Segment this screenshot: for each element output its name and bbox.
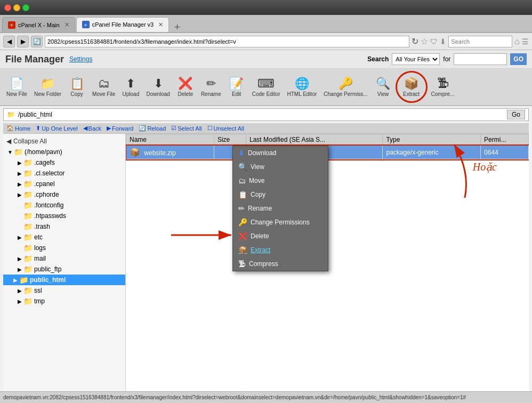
extract-btn[interactable]: 📦 Extract bbox=[396, 71, 428, 103]
back-link[interactable]: ◀ Back bbox=[83, 125, 101, 132]
sidebar-item-cagefs[interactable]: ▶ 📁 .cagefs bbox=[3, 157, 125, 168]
tab-2-label: cPanel File Manager v3 bbox=[92, 21, 154, 28]
address-bar: ◀ ▶ 🔄 ↻ ☆ 🛡 ⬇ ⌂ ☰ bbox=[0, 33, 532, 50]
address-input[interactable] bbox=[45, 36, 409, 47]
for-label: for bbox=[443, 55, 450, 63]
sidebar-item-logs[interactable]: 📁 logs bbox=[3, 243, 125, 253]
pftp-label: public_ftp bbox=[34, 265, 61, 273]
path-input[interactable] bbox=[18, 111, 504, 118]
new-folder-btn[interactable]: 📁 New Folder bbox=[31, 75, 65, 99]
expand-cpanel-icon: ▶ bbox=[16, 181, 23, 187]
sidebar-item-htpasswds[interactable]: 📁 .htpasswds bbox=[3, 211, 125, 221]
go-path-btn[interactable]: Go bbox=[507, 110, 525, 119]
select-all-link[interactable]: ☑ Select All bbox=[171, 125, 201, 132]
context-item-compress[interactable]: 🗜 Compress bbox=[233, 257, 328, 271]
new-folder-icon: 📁 bbox=[41, 77, 55, 91]
sidebar-item-ssl[interactable]: ▶ 📁 ssl bbox=[3, 285, 125, 296]
copy-btn[interactable]: 📋 Copy bbox=[65, 75, 88, 99]
context-item-extract[interactable]: 📦 Extract bbox=[233, 243, 328, 257]
tab-file-manager[interactable]: c cPanel File Manager v3 ✕ bbox=[76, 17, 170, 32]
rename-btn[interactable]: ✏ Rename bbox=[198, 75, 224, 99]
upload-btn[interactable]: ⬆ Upload bbox=[119, 75, 142, 99]
context-item-view[interactable]: 🔍 View bbox=[233, 160, 328, 174]
home-icon[interactable]: ⌂ bbox=[514, 37, 520, 46]
sidebar-item-public-html[interactable]: ▶ 📁 public_html bbox=[3, 275, 125, 285]
reload-link[interactable]: 🔄 Reload bbox=[139, 125, 166, 132]
context-item-copy[interactable]: 📋 Copy bbox=[233, 188, 328, 201]
menu-icon[interactable]: ☰ bbox=[522, 37, 529, 46]
download-ctx-icon: ⬇ bbox=[238, 149, 245, 157]
path-bar: 📁 Go bbox=[3, 108, 529, 121]
code-editor-btn[interactable]: ⌨ Code Editor bbox=[249, 75, 284, 99]
view-btn[interactable]: 🔍 View bbox=[372, 75, 395, 99]
html-editor-icon: 🌐 bbox=[295, 77, 309, 91]
download-icon: ⬇ bbox=[154, 77, 163, 91]
extract-icon: 📦 bbox=[404, 77, 418, 91]
html-editor-btn[interactable]: 🌐 HTML Editor bbox=[284, 75, 320, 99]
move-ctx-icon: 🗂 bbox=[238, 176, 246, 185]
tab-2-close[interactable]: ✕ bbox=[158, 21, 163, 28]
root-folder-icon: 📁 bbox=[14, 148, 23, 156]
context-item-change-permissions[interactable]: 🔑 Change Permissions bbox=[233, 215, 328, 229]
win-close-btn[interactable] bbox=[4, 4, 11, 11]
file-name: website.zip bbox=[144, 149, 175, 157]
unselect-all-link[interactable]: ☐ Unselect All bbox=[207, 125, 244, 132]
browser-titlebar bbox=[0, 0, 532, 15]
download-btn[interactable]: ⬇ Download bbox=[143, 75, 173, 99]
bookmark-star-icon[interactable]: ☆ bbox=[421, 36, 428, 46]
sidebar-item-mail[interactable]: ▶ 📁 mail bbox=[3, 253, 125, 264]
hoac-annotation: Hoặc bbox=[473, 160, 497, 173]
sidebar-item-cphorde[interactable]: ▶ 📁 .cphorde bbox=[3, 189, 125, 200]
sidebar-item-tmp[interactable]: ▶ 📁 tmp bbox=[3, 296, 125, 307]
go-search-btn[interactable]: GO bbox=[510, 53, 527, 65]
up-one-level-link[interactable]: ⬆ Up One Level bbox=[36, 125, 77, 132]
search-label: Search bbox=[367, 55, 389, 63]
context-item-move[interactable]: 🗂 Move bbox=[233, 174, 328, 188]
change-perms-btn[interactable]: 🔑 Change Permiss... bbox=[320, 75, 370, 99]
col-perms: Permi... bbox=[481, 134, 529, 146]
sidebar-item-cpanel[interactable]: ▶ 📁 .cpanel bbox=[3, 179, 125, 189]
back-btn[interactable]: ◀ bbox=[3, 36, 15, 47]
search-scope-select[interactable]: All Your Files bbox=[392, 53, 440, 65]
context-item-delete[interactable]: ❌ Delete bbox=[233, 229, 328, 243]
win-max-btn[interactable] bbox=[22, 4, 29, 11]
search-for-input[interactable] bbox=[454, 53, 507, 65]
settings-link[interactable]: Settings bbox=[69, 55, 92, 63]
move-file-icon: 🗂 bbox=[98, 77, 110, 91]
col-name: Name bbox=[126, 134, 214, 146]
collapse-all-btn[interactable]: ◀ Collapse All bbox=[3, 136, 125, 147]
cagefs-label: .cagefs bbox=[34, 159, 55, 166]
tab-1-close[interactable]: ✕ bbox=[65, 21, 69, 28]
sidebar: ◀ Collapse All ▼ 📁 (/home/pavn) ▶ 📁 .cag… bbox=[3, 134, 126, 391]
tree-root[interactable]: ▼ 📁 (/home/pavn) bbox=[3, 147, 125, 157]
context-item-rename[interactable]: ✏ Rename bbox=[233, 201, 328, 215]
delete-ctx-label: Delete bbox=[251, 232, 269, 240]
reload-btn[interactable]: 🔄 bbox=[31, 36, 43, 47]
forward-link[interactable]: ▶ Forward bbox=[107, 125, 133, 132]
context-menu: ⬇ Download 🔍 View 🗂 Move 📋 Copy ✏ R bbox=[232, 146, 328, 271]
sidebar-item-fontconfig[interactable]: 📁 .fontconfig bbox=[3, 200, 125, 211]
download-icon[interactable]: ⬇ bbox=[440, 37, 446, 46]
folder-tmp-icon: 📁 bbox=[23, 297, 33, 305]
forward-btn[interactable]: ▶ bbox=[17, 36, 29, 47]
sidebar-item-cl-selector[interactable]: ▶ 📁 .cl.selector bbox=[3, 168, 125, 179]
win-min-btn[interactable] bbox=[13, 4, 20, 11]
context-item-download[interactable]: ⬇ Download bbox=[233, 146, 328, 160]
phtml-label: public_html bbox=[30, 276, 66, 284]
sidebar-item-etc[interactable]: ▶ 📁 etc bbox=[3, 232, 125, 243]
new-tab-btn[interactable]: + bbox=[170, 22, 184, 32]
sidebar-item-trash[interactable]: 📁 .trash bbox=[3, 221, 125, 232]
browser-search-input[interactable] bbox=[448, 36, 512, 47]
tab-cpanel-main[interactable]: c cPanel X - Main ✕ bbox=[2, 17, 75, 32]
compress-btn[interactable]: 🗜 Compre... bbox=[428, 75, 458, 99]
new-file-btn[interactable]: 📄 New File bbox=[3, 75, 30, 99]
move-file-btn[interactable]: 🗂 Move File bbox=[89, 75, 118, 99]
delete-btn[interactable]: ❌ Delete bbox=[174, 75, 197, 99]
edit-btn[interactable]: 📝 Edit bbox=[225, 75, 248, 99]
app-header: File Manager Settings Search All Your Fi… bbox=[0, 50, 532, 69]
refresh-icon[interactable]: ↻ bbox=[412, 36, 418, 46]
home-nav-link[interactable]: 🏠 Home bbox=[6, 125, 30, 132]
folder-cphorde-icon: 📁 bbox=[23, 190, 33, 199]
sidebar-item-public-ftp[interactable]: ▶ 📁 public_ftp bbox=[3, 264, 125, 275]
download-ctx-label: Download bbox=[248, 149, 276, 157]
